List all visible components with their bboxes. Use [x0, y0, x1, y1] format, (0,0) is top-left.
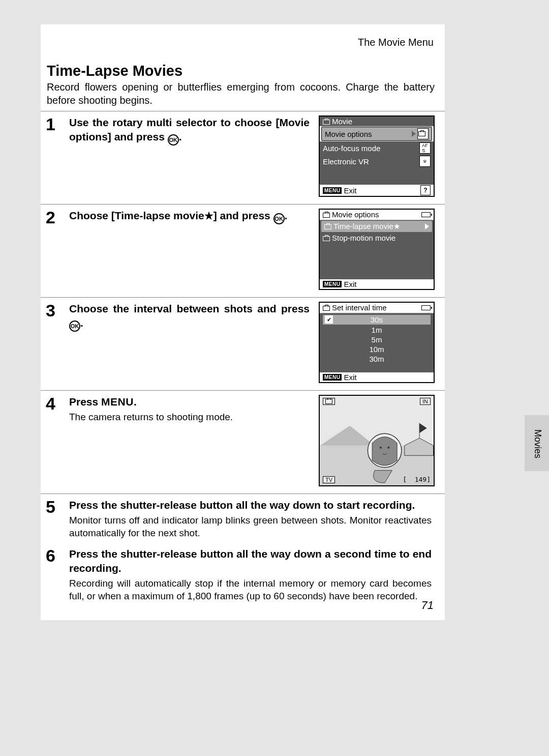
step-text: ] and press: [214, 210, 273, 221]
step-number: 6: [46, 547, 63, 603]
page-number: 71: [421, 599, 434, 612]
exit-label: Exit: [344, 280, 356, 288]
step-text: .: [179, 131, 182, 142]
help-icon: ?: [420, 185, 431, 195]
menu-word: MENU: [101, 396, 134, 408]
screen-title: Set interval time: [320, 303, 434, 313]
tv-indicator: TV: [323, 476, 335, 483]
chapter-header: The Movie Menu: [41, 34, 445, 51]
movie-icon: [323, 306, 330, 311]
interval-30m: 30m: [320, 354, 434, 364]
step-2: 2 Choose [Time-lapse movie★] and press O…: [41, 204, 445, 297]
step-1: 1 Use the rotary multi selector to choos…: [41, 111, 445, 204]
interval-1m: 1m: [320, 325, 434, 335]
movie-icon: [323, 213, 330, 218]
step-text: .: [134, 396, 137, 408]
menu-item-electronic-vr: Electronic VR ※: [320, 155, 434, 168]
interval-5m: 5m: [320, 335, 434, 344]
step-text: Choose [Time-lapse movie: [69, 210, 204, 221]
svg-point-8: [388, 447, 390, 449]
step-heading: Press the shutter-release button all the…: [69, 498, 432, 512]
menu-icon: MENU: [323, 281, 342, 287]
screen-footer: MENU Exit: [320, 372, 434, 382]
step-subtext: Monitor turns off and indicator lamp bli…: [69, 514, 432, 539]
step-heading: Press the shutter-release button all the…: [69, 547, 432, 576]
step-subtext: Recording will automatically stop if the…: [69, 577, 432, 602]
step-subtext: The camera returns to shooting mode.: [69, 411, 310, 424]
step-text: .: [80, 317, 83, 329]
ok-icon: OK: [69, 321, 80, 332]
ok-icon: OK: [168, 134, 179, 146]
movie-icon: [323, 120, 330, 125]
stopmotion-icon: [323, 236, 330, 241]
menu-icon: MENU: [323, 374, 342, 381]
camera-screen-movie-menu: Movie Movie options Auto-focus mode AFS …: [319, 115, 435, 197]
step-text: Choose the interval between shots and pr…: [69, 303, 310, 314]
chevron-right-icon: [412, 131, 416, 137]
step-3: 3 Choose the interval between shots and …: [41, 297, 445, 390]
step-4: 4 Press MENU. The camera returns to shoo…: [41, 390, 445, 493]
screen-title: Movie: [320, 117, 434, 126]
chevron-right-icon: [425, 223, 429, 229]
battery-icon: [421, 305, 431, 310]
screen-footer: MENU Exit: [320, 279, 434, 289]
step-number: 1: [46, 115, 63, 197]
menu-item-stopmotion: Stop-motion movie: [320, 232, 434, 243]
options-badge-icon: [417, 128, 429, 139]
screen-title: Movie options: [320, 210, 434, 220]
step-6: 6 Press the shutter-release button all t…: [41, 547, 445, 610]
step-number: 3: [46, 302, 63, 383]
side-tab-label: Movies: [532, 429, 543, 458]
camera-screen-interval: Set interval time 30s 1m 5m 10m 30m MENU…: [319, 302, 435, 383]
vr-badge-icon: ※: [419, 156, 431, 167]
ok-icon: OK: [273, 213, 285, 224]
step-heading: Press MENU.: [69, 395, 310, 409]
scene-illustration: [320, 396, 434, 485]
menu-item-timelapse: Time-lapse movie★: [321, 221, 432, 232]
af-badge-icon: AFS: [419, 142, 431, 154]
screen-footer: MENU Exit ?: [320, 185, 434, 196]
step-number: 5: [46, 498, 63, 540]
exit-label: Exit: [344, 186, 356, 195]
camera-screen-shooting-mode: IN TV [ 149]: [319, 395, 435, 486]
memory-indicator: IN: [420, 398, 431, 405]
svg-point-7: [380, 447, 382, 449]
frame-count: [ 149]: [403, 476, 431, 483]
menu-item-movie-options: Movie options: [321, 127, 432, 141]
battery-icon: [421, 212, 431, 217]
menu-item-autofocus: Auto-focus mode AFS: [320, 141, 434, 155]
step-text: Use the rotary multi selector to choose …: [69, 117, 310, 142]
step-heading: Choose [Time-lapse movie★] and press OK.: [69, 209, 310, 224]
section-title: Time-Lapse Movies: [41, 51, 445, 80]
timelapse-icon: [324, 224, 331, 229]
manual-page: The Movie Menu Time-Lapse Movies Record …: [41, 24, 445, 620]
exit-label: Exit: [344, 373, 356, 382]
step-text: .: [285, 210, 288, 221]
star-icon: ★: [204, 210, 214, 221]
interval-30s: 30s: [323, 315, 431, 325]
step-heading: Choose the interval between shots and pr…: [69, 302, 310, 332]
step-number: 4: [46, 395, 63, 486]
camera-screen-movie-options: Movie options Time-lapse movie★ Stop-mot…: [319, 209, 435, 290]
step-number: 2: [46, 209, 63, 290]
menu-icon: MENU: [323, 187, 342, 194]
step-5: 5 Press the shutter-release button all t…: [41, 493, 445, 547]
step-heading: Use the rotary multi selector to choose …: [69, 115, 310, 146]
mode-indicator-icon: [323, 398, 335, 405]
interval-10m: 10m: [320, 344, 434, 354]
intro-paragraph: Record flowers opening or butterflies em…: [41, 80, 445, 111]
step-text: Press: [69, 396, 101, 408]
